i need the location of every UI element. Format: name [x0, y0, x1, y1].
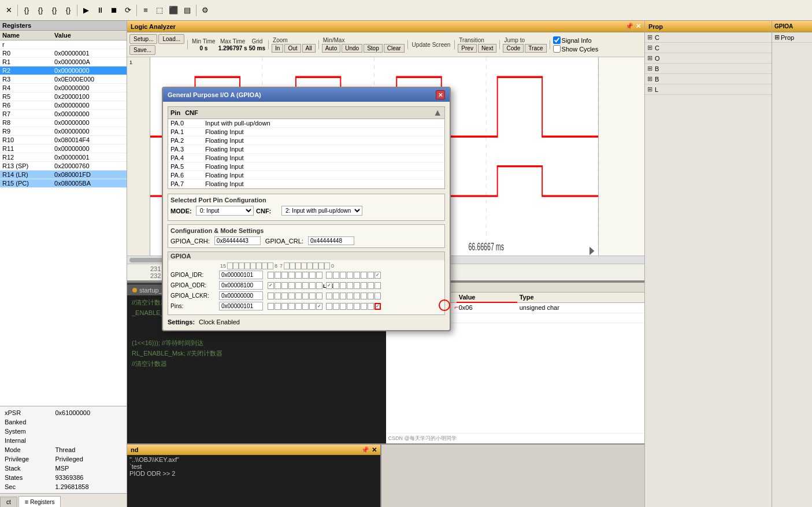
- idr-bit-6[interactable]: [333, 272, 339, 279]
- odr-bits: ✓ LCKK ✓: [268, 282, 381, 289]
- pins-bit-14[interactable]: [275, 303, 281, 310]
- odr-bit-0[interactable]: [375, 282, 381, 289]
- odr-bit-14[interactable]: [275, 282, 281, 289]
- odr-bit-1[interactable]: [368, 282, 374, 289]
- pins-bit-1[interactable]: [368, 303, 374, 310]
- crh-input[interactable]: [214, 236, 261, 245]
- odr-bit-6[interactable]: [333, 282, 339, 289]
- pin-name: PA.1: [170, 128, 205, 135]
- crl-input[interactable]: [308, 236, 354, 245]
- lckr-bit-5[interactable]: [340, 293, 346, 299]
- pins-bit-13[interactable]: [281, 303, 288, 310]
- odr-bit-7[interactable]: ✓: [326, 282, 332, 289]
- pin-row[interactable]: PA.5Floating Input: [168, 162, 444, 171]
- dialog-close-button[interactable]: ✕: [436, 90, 445, 99]
- pins-bit-10[interactable]: [302, 303, 309, 310]
- idr-bit-5[interactable]: [340, 272, 346, 279]
- lckr-bit-8[interactable]: [316, 293, 322, 299]
- settings-label: Settings:: [168, 319, 196, 325]
- odr-bit-13[interactable]: [281, 282, 288, 289]
- idr-bit-7[interactable]: [326, 272, 332, 279]
- odr-bit-12[interactable]: [288, 282, 295, 289]
- lckr-bit-6[interactable]: [333, 293, 339, 299]
- idr-bit-11[interactable]: [295, 272, 302, 279]
- pins-bit-7[interactable]: [326, 303, 332, 310]
- lckr-bit-13[interactable]: [281, 293, 288, 299]
- pins-bit-2[interactable]: [361, 303, 367, 310]
- lckr-bit-7[interactable]: [326, 293, 332, 299]
- cnf-select[interactable]: 2: Input with pull-up/down: [281, 206, 362, 216]
- idr-input[interactable]: [219, 271, 263, 279]
- odr-bit-11[interactable]: [295, 282, 302, 289]
- pins-bit-9[interactable]: [309, 303, 316, 310]
- odr-input[interactable]: [219, 281, 263, 290]
- pins-bit-6[interactable]: [333, 303, 339, 310]
- pin-row[interactable]: PA.4Floating Input: [168, 154, 444, 162]
- odr-bit-4[interactable]: [347, 282, 353, 289]
- selected-config-title: Selected Port Pin Configuration: [170, 197, 442, 203]
- pins-bit-5[interactable]: [340, 303, 346, 310]
- idr-bit-0[interactable]: ✓: [375, 272, 381, 279]
- odr-bit-5[interactable]: [340, 282, 346, 289]
- bits-header: 15 8 7: [219, 262, 442, 269]
- odr-label: GPIOA_ODR:: [170, 282, 217, 288]
- pin-row[interactable]: PA.1Floating Input: [168, 128, 444, 136]
- lckr-bit-0[interactable]: [375, 293, 381, 299]
- odr-bit-9[interactable]: [309, 282, 316, 289]
- lckr-bit-12[interactable]: [288, 293, 295, 299]
- idr-bit-1[interactable]: [368, 272, 374, 279]
- bits-0-label: 0: [330, 263, 335, 269]
- lckr-bit-3[interactable]: [354, 293, 360, 299]
- lckr-bit-10[interactable]: [302, 293, 309, 299]
- bit-h-3: [307, 262, 313, 269]
- cnf-col-header: CNF: [180, 109, 433, 116]
- idr-bit-9[interactable]: [309, 272, 316, 279]
- pin-row[interactable]: PA.6Floating Input: [168, 171, 444, 180]
- pins-bit-11[interactable]: [295, 303, 302, 310]
- mode-select[interactable]: 0: Input: [196, 206, 254, 216]
- pin-row[interactable]: PA.0Input with pull-up/down: [168, 119, 444, 128]
- lckr-bit-1[interactable]: [368, 293, 374, 299]
- pin-row[interactable]: PA.7Floating Input: [168, 180, 444, 188]
- odr-bit-8[interactable]: [316, 282, 322, 289]
- idr-bit-10[interactable]: [302, 272, 309, 279]
- idr-bit-12[interactable]: [288, 272, 295, 279]
- odr-bit-10[interactable]: [302, 282, 309, 289]
- idr-bit-8[interactable]: [316, 272, 322, 279]
- pins-bit-0[interactable]: ✓: [375, 303, 381, 310]
- pins-bit-12[interactable]: [288, 303, 295, 310]
- idr-bit-3[interactable]: [354, 272, 360, 279]
- bits-15-label: 15: [219, 263, 227, 269]
- lckr-bit-9[interactable]: [309, 293, 316, 299]
- pin-list: PA.0Input with pull-up/downPA.1Floating …: [168, 119, 444, 188]
- lckr-bit-14[interactable]: [275, 293, 281, 299]
- pin-row[interactable]: PA.3Floating Input: [168, 145, 444, 154]
- bit-h-8: [268, 262, 273, 269]
- pins-bit-3[interactable]: [354, 303, 360, 310]
- idr-bit-13[interactable]: [281, 272, 288, 279]
- pins-input[interactable]: [219, 302, 263, 310]
- idr-bit-2[interactable]: [361, 272, 367, 279]
- idr-bit-4[interactable]: [347, 272, 353, 279]
- idr-bit-15[interactable]: [268, 272, 274, 279]
- lckr-bit-4[interactable]: [347, 293, 353, 299]
- dialog-overlay: General Purpose I/O A (GPIOA) ✕ Pin CNF …: [0, 0, 812, 507]
- pin-scroll-up[interactable]: ▲: [433, 108, 442, 118]
- pins-bits: ✓ ✓: [268, 303, 381, 310]
- odr-row: GPIOA_ODR: ✓ LCKK ✓: [170, 281, 442, 290]
- lckr-bit-15[interactable]: [268, 293, 274, 299]
- selected-config-section: Selected Port Pin Configuration MODE: 0:…: [168, 194, 445, 221]
- pins-bit-4[interactable]: [347, 303, 353, 310]
- pin-row[interactable]: PA.2Floating Input: [168, 136, 444, 145]
- lckr-bit-2[interactable]: [361, 293, 367, 299]
- odr-bit-15[interactable]: ✓: [268, 282, 274, 289]
- pins-bit-15[interactable]: [268, 303, 274, 310]
- lckr-input[interactable]: [219, 291, 263, 300]
- odr-bit-3[interactable]: [354, 282, 360, 289]
- idr-bit-14[interactable]: [275, 272, 281, 279]
- pins-bit-8[interactable]: ✓: [316, 303, 322, 310]
- pin-col-header: Pin: [170, 109, 180, 116]
- lckr-bit-11[interactable]: [295, 293, 302, 299]
- pin-name: PA.2: [170, 137, 205, 144]
- odr-bit-2[interactable]: [361, 282, 367, 289]
